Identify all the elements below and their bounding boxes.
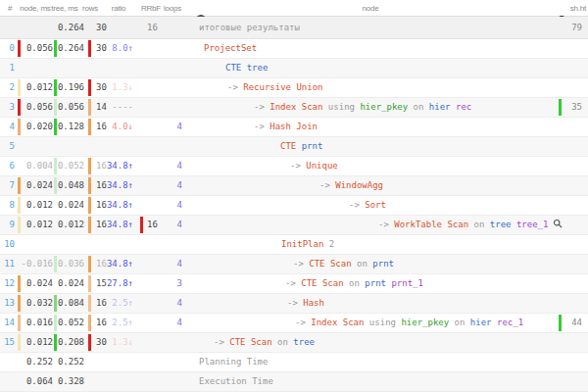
node-text-segment: -> (290, 161, 306, 171)
node-text-segment: -> (319, 180, 335, 190)
rows-bar (88, 99, 91, 116)
eye-icon[interactable] (182, 4, 208, 14)
node-type-label: WindowAgg (335, 180, 383, 190)
plan-row[interactable]: 30.0560.05614-----> Index Scan using hie… (0, 98, 588, 118)
plan-row[interactable]: 1CTE tree (0, 59, 588, 78)
plan-row[interactable]: 60.0040.0521634.8↑4-> Unique (0, 157, 588, 176)
plan-node-text: InitPlan 2 (191, 235, 563, 254)
plan-node-text: CTE tree (191, 59, 563, 77)
node-text-segment: prnt (365, 278, 386, 288)
node-text-segment: prnt (372, 259, 394, 269)
node-text-segment: -> (285, 278, 301, 288)
plan-row[interactable]: 5CTE prnt (0, 137, 588, 157)
row-number: 8 (0, 196, 15, 215)
summary-rows: 30 (96, 17, 125, 38)
node-text-segment: -> (293, 259, 309, 269)
node-text-segment: on (352, 259, 373, 269)
node-text-segment: -> (378, 220, 394, 229)
plan-node-text: -> CTE Scan on prnt (191, 255, 563, 273)
plan-row[interactable]: 10InitPlan 2 (0, 235, 588, 255)
node-ms-value: 0.024 (16, 274, 53, 293)
node-text-segment: hier_pkey (401, 318, 449, 327)
plan-row[interactable]: 40.0200.128164.0↓4-> Hash Join (0, 118, 588, 137)
node-ms-value: 0.056 (16, 98, 53, 117)
node-text-segment: -> (214, 337, 229, 347)
row-search-icon[interactable] (553, 217, 563, 234)
plan-row[interactable]: 120.0240.0241527.8↑3-> CTE Scan on prnt … (0, 274, 588, 294)
rows-bar (88, 177, 91, 194)
plan-row[interactable]: 00.0560.264308.0↑ProjectSet (0, 39, 588, 59)
tree-ms-value: 0.036 (51, 255, 84, 273)
node-type-label: Sort (365, 200, 386, 210)
ratio-value: 34.8↑ (102, 255, 133, 273)
plan-row[interactable]: 150.0120.208301.3↓-> CTE Scan on tree (0, 333, 588, 353)
col-header-number: # (4, 0, 16, 17)
node-ms-value: 0.020 (16, 118, 53, 136)
plan-row[interactable]: 130.0320.084162.5↑4-> Hash (0, 294, 588, 314)
node-ms-value: 0.012 (16, 333, 53, 352)
plan-row[interactable]: 70.0240.0481634.8↑4-> WindowAgg (0, 176, 588, 196)
ratio-value: 34.8↑ (102, 216, 133, 234)
planning-node-ms: 0.252 (16, 353, 53, 371)
execution-label: Execution Time (199, 372, 273, 391)
plan-node-text: -> Sort (191, 196, 563, 215)
node-type-label: CTE (280, 141, 302, 151)
plan-row[interactable]: 80.0120.0241634.8↑4-> Sort (0, 196, 588, 216)
rows-bar (88, 217, 91, 233)
node-type-label: Index Scan (270, 102, 322, 112)
node-ms-value: 0.012 (16, 78, 53, 97)
rows-bar (88, 40, 91, 57)
plan-node-text: -> WorkTable Scan on tree tree_1 (191, 216, 563, 234)
node-text-segment: hier_pkey (360, 102, 408, 112)
node-text-segment: tree_1 (512, 220, 549, 229)
node-text-segment: on (468, 220, 490, 229)
node-ms-value: 0.056 (16, 39, 53, 58)
summary-row[interactable]: 0.264 30 16 итоговые результаты 79 (0, 17, 588, 39)
loops-value: 4 (157, 176, 182, 195)
plan-row[interactable]: 140.0160.052162.5↑4-> Index Scan using h… (0, 314, 588, 333)
node-type-label: Unique (306, 161, 338, 171)
row-number: 15 (0, 333, 15, 352)
row-number: 4 (0, 118, 15, 136)
ratio-value: 4.0↓ (102, 118, 133, 136)
col-header-shared-hit: sh.ht (561, 0, 586, 17)
node-ms-value: 0.012 (16, 216, 53, 234)
node-type-label: InitPlan (281, 239, 323, 249)
rows-bar (88, 315, 91, 331)
ratio-value: 2.5↑ (102, 314, 133, 332)
row-number: 1 (0, 59, 15, 77)
rows-bar (88, 197, 91, 214)
plan-row[interactable]: 90.0120.0121634.8↑164-> WorkTable Scan o… (0, 216, 588, 235)
node-type-label: ProjectSet (204, 43, 257, 53)
col-header-rows: rows (76, 0, 104, 17)
row-number: 13 (0, 294, 15, 313)
col-header-ratio: ratio (103, 0, 134, 17)
plan-node-text: -> Hash (191, 294, 563, 313)
tree-ms-value: 0.052 (51, 314, 84, 332)
plan-node-text: -> Hash Join (191, 118, 563, 136)
row-number: 9 (0, 216, 15, 234)
tree-ms-value: 0.196 (51, 78, 84, 97)
tree-ms-value: 0.128 (51, 118, 84, 136)
node-text-segment: -> (349, 200, 365, 210)
plan-node-text: ProjectSet (191, 39, 563, 58)
plan-row[interactable]: 20.0120.196301.3↓-> Recursive Union (0, 78, 588, 98)
loops-value: 4 (157, 196, 182, 215)
node-type-label: Hash Join (270, 122, 318, 131)
ratio-value: 1.3↓ (102, 333, 133, 352)
row-number: 5 (0, 137, 15, 156)
ratio-value: 2.5↑ (102, 294, 133, 313)
rows-bar (88, 256, 91, 272)
loops-value: 3 (157, 274, 182, 293)
node-type-label: CTE Scan (229, 337, 271, 347)
row-number: 3 (0, 98, 15, 117)
rows-bar (88, 79, 91, 96)
node-text-segment: CTE tree (225, 63, 268, 73)
node-type-label: CTE Scan (309, 259, 351, 269)
execution-tree-ms: 0.328 (51, 372, 84, 391)
row-number: 14 (0, 314, 15, 332)
plan-row[interactable]: 11-0.0160.0361634.8↑4-> CTE Scan on prnt (0, 255, 588, 274)
ratio-value: 34.8↑ (102, 157, 133, 175)
rows-bar (88, 295, 91, 312)
tree-ms-value: 0.264 (51, 39, 84, 58)
